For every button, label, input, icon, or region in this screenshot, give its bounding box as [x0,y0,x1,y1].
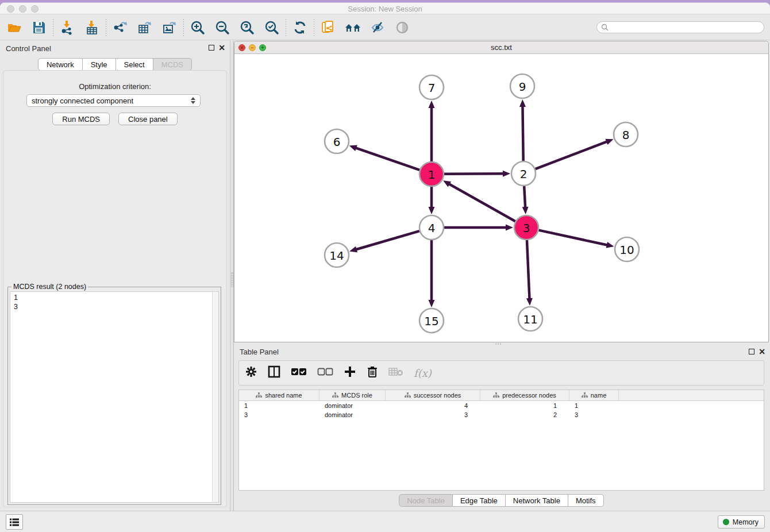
edge-3-10[interactable] [538,230,607,245]
edge-3-1[interactable] [449,184,515,222]
graph-node-label: 10 [619,243,634,257]
control-panel-title: Control Panel [6,44,51,53]
network-canvas[interactable]: 7968124314101511 [234,54,768,342]
deselect-all-icon[interactable] [317,367,333,379]
table-toolbar: f(x) [238,360,764,385]
export-network-icon[interactable] [111,19,129,36]
open-session-icon[interactable] [6,19,23,36]
table-cell[interactable]: 1 [569,401,619,410]
table-cell[interactable]: 3 [386,410,480,419]
control-tab-network[interactable]: Network [38,58,83,71]
control-tab-mcds[interactable]: MCDS [153,58,192,71]
import-network-icon[interactable] [59,19,76,36]
control-tab-select[interactable]: Select [116,58,153,71]
edge-4-14[interactable] [356,231,419,249]
edge-2-9[interactable] [522,106,523,161]
edge-3-11[interactable] [527,240,530,299]
export-image-icon[interactable] [161,19,178,36]
edge-1-2[interactable] [444,174,504,174]
optimization-criterion-select[interactable]: strongly connected component [26,94,201,107]
function-builder-icon[interactable]: f(x) [414,367,432,379]
column-header-name[interactable]: name [569,390,619,400]
search-box[interactable] [596,21,764,33]
run-mcds-button[interactable]: Run MCDS [52,113,110,125]
show-columns-icon[interactable] [268,365,280,380]
add-row-icon[interactable] [344,365,356,380]
hierarchy-icon [582,392,588,398]
graph-node-label: 6 [333,135,341,149]
task-history-button[interactable] [6,514,23,530]
table-cell[interactable]: 4 [386,401,480,410]
graph-node-label: 3 [523,221,530,235]
splitter-grip[interactable] [231,272,233,287]
table-cell[interactable]: dominator [319,401,386,410]
show-all-icon[interactable] [394,19,411,36]
panel-splitter[interactable] [230,41,234,511]
table-settings-icon[interactable] [245,365,257,380]
clone-network-icon[interactable] [319,19,337,36]
edge-arrowhead [349,145,357,151]
status-bar: Memory [0,511,770,532]
zoom-out-icon[interactable] [214,19,231,36]
column-header-shared-name[interactable]: shared name [239,390,319,400]
edge-1-6[interactable] [355,148,419,170]
export-table-icon[interactable] [136,19,153,36]
table-tab-motifs[interactable]: Motifs [568,494,604,507]
column-header-successor-nodes[interactable]: successor nodes [386,390,480,400]
import-table-icon[interactable] [83,19,101,36]
graph-node-label: 2 [520,167,528,181]
table-panel-float-button[interactable] [749,349,754,354]
column-header-predecessor-nodes[interactable]: predecessor nodes [480,390,569,400]
mcds-result-scrollbar[interactable] [212,292,218,502]
graph-node-label: 9 [519,80,526,94]
table-panel-close-button[interactable]: ✕ [759,348,765,355]
table-cell[interactable]: 3 [569,410,619,419]
edge-arrowhead [606,242,614,248]
zoom-selected-icon[interactable] [263,19,280,36]
delete-table-icon[interactable] [388,367,403,379]
column-header-MCDS-role[interactable]: MCDS role [319,390,386,400]
table-cell[interactable]: dominator [319,410,386,419]
table-cell[interactable]: 3 [239,410,319,419]
close-panel-button[interactable]: Close panel [118,113,178,125]
first-neighbors-icon[interactable] [344,19,361,36]
table-row[interactable]: 3dominator323 [239,410,764,419]
graph-node-label: 4 [428,221,436,235]
control-panel: Control Panel ✕ NetworkStyleSelectMCDS O… [0,41,230,511]
control-tab-style[interactable]: Style [83,58,116,71]
search-input[interactable] [611,24,760,32]
table-tab-edge-table[interactable]: Edge Table [453,494,506,507]
table-tab-network-table[interactable]: Network Table [506,494,568,507]
control-panel-float-button[interactable] [209,45,214,51]
edge-arrowhead [522,207,529,214]
edge-arrowhead [429,207,435,214]
edge-arrowhead [519,99,526,107]
control-panel-close-button[interactable]: ✕ [218,44,225,51]
table-cell[interactable]: 2 [480,410,569,419]
hide-selected-icon[interactable] [369,19,386,36]
edge-arrowhead [429,101,435,108]
delete-row-icon[interactable] [367,365,378,380]
memory-button[interactable]: Memory [718,515,765,529]
table-row[interactable]: 1dominator411 [239,401,764,410]
edge-arrowhead [605,139,613,145]
zoom-fit-icon[interactable] [238,19,256,36]
table-cell[interactable]: 1 [239,401,319,410]
table-cell[interactable]: 1 [480,401,569,410]
mcds-result-line: 1 [14,293,18,302]
zoom-in-icon[interactable] [189,19,206,36]
refresh-icon[interactable] [291,19,309,36]
graph-node-label: 15 [424,314,438,328]
selected-option: strongly connected component [32,97,133,105]
mcds-result-title: MCDS result (2 nodes) [11,283,88,291]
table-tab-node-table[interactable]: Node Table [399,494,453,507]
network-graph[interactable]: 7968124314101511 [234,54,768,342]
edge-2-3[interactable] [524,186,525,208]
mcds-panel: Optimization criterion: strongly connect… [3,70,227,507]
mcds-result-line: 3 [14,302,18,311]
select-all-icon[interactable] [291,367,307,379]
edge-arrowhead [349,246,357,253]
graph-node-label: 14 [329,249,344,263]
save-session-icon[interactable] [30,19,48,36]
edge-2-8[interactable] [536,141,608,169]
